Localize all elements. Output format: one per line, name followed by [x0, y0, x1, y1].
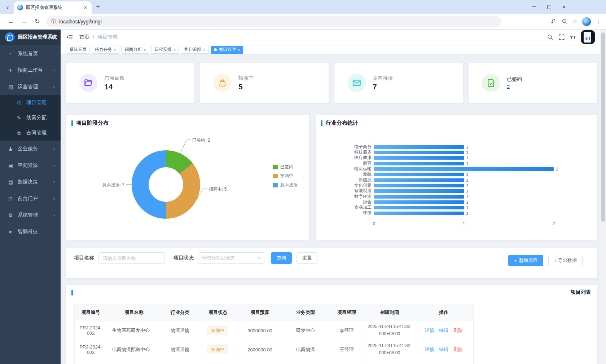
sidebar-item-system-management[interactable]: ⚙ 系统管理 ∨: [0, 207, 61, 223]
bar-chart[interactable]: 电子商务1 科技服务1 医疗健康1 教育1 物流运输2 金融1 新能源1 文化创…: [316, 136, 597, 240]
tag-schedule[interactable]: 日程安排×: [151, 46, 179, 54]
layers-icon: ⧉: [17, 130, 26, 136]
close-icon[interactable]: ×: [114, 48, 116, 52]
project-name-input[interactable]: [98, 252, 164, 264]
bar-value-label: 1: [466, 178, 468, 182]
sidebar-item-data-decision[interactable]: ▤ 数据决策 ∨: [0, 174, 61, 190]
tag-customer-tracking[interactable]: 客户追踪×: [181, 46, 208, 54]
bar-category-label: 环保: [316, 210, 372, 216]
tab-title: 园区招商管理系统: [26, 5, 80, 11]
legend-item[interactable]: 招商中: [273, 173, 298, 179]
filter-actions: +新增项目 ↓导出数据: [508, 255, 583, 266]
sidebar-fold-icon[interactable]: [66, 35, 73, 40]
donut-chart[interactable]: [132, 150, 200, 219]
detail-link[interactable]: 详情: [425, 347, 434, 352]
zoom-icon[interactable]: [562, 18, 568, 25]
delete-link[interactable]: 删除: [453, 328, 463, 333]
tab-close-icon[interactable]: ×: [83, 5, 88, 10]
legend-swatch: [273, 174, 278, 178]
forward-icon: →: [21, 18, 27, 25]
sidebar-item-label: 线索分配: [26, 115, 56, 121]
sidebar-item-front-portal[interactable]: ⊡ 前台门户 ∨: [0, 190, 61, 207]
chart-legend: 已签约 招商中 意向接洽: [273, 164, 298, 188]
window-maximize-button[interactable]: [547, 5, 551, 9]
bar-category-label: 智能制造: [316, 188, 372, 194]
column-header: 创建时间: [365, 304, 414, 321]
sidebar-item-label: 空间资源: [18, 162, 53, 169]
tag-investment-analysis[interactable]: 招商分析×: [121, 46, 149, 54]
window-close-button[interactable]: ×: [562, 4, 566, 10]
add-project-button[interactable]: +新增项目: [508, 255, 543, 266]
reset-button[interactable]: 重置: [297, 252, 317, 264]
legend-label: 招商中: [280, 173, 293, 179]
export-data-button[interactable]: ↓导出数据: [548, 255, 583, 266]
tag-system-home[interactable]: 系统首页: [66, 46, 90, 54]
tag-todo-tasks[interactable]: 待办任务×: [92, 46, 119, 54]
sidebar-item-workbench[interactable]: ✈ 招商工作台 ∨: [0, 62, 61, 79]
browser-profile-avatar[interactable]: [582, 17, 591, 26]
sidebar-item-project-management[interactable]: ◷ 项目管理: [0, 95, 61, 110]
legend-item[interactable]: 已签约: [273, 164, 298, 170]
sidebar-item-home[interactable]: ◔ 系统首页: [0, 45, 61, 62]
page-info-icon[interactable]: ⓘ: [51, 18, 56, 25]
project-status-select[interactable]: 请选择项目状态 ∨: [198, 252, 264, 264]
reload-icon[interactable]: ↻: [35, 18, 40, 25]
page-scrollbar[interactable]: [600, 30, 606, 364]
cell-budget: 3000000.00: [237, 321, 283, 340]
new-tab-button[interactable]: +: [96, 3, 100, 11]
legend-item[interactable]: 意向接洽: [273, 182, 298, 188]
breadcrumb-home[interactable]: 首页: [79, 34, 89, 40]
browser-menu-kebab-icon[interactable]: ⋮: [596, 18, 601, 25]
edit-link[interactable]: 编辑: [439, 347, 448, 352]
sidebar-item-zhinao-tech[interactable]: ➤ 智脑科技: [0, 223, 61, 240]
select-placeholder: 请选择项目状态: [202, 255, 235, 261]
close-icon[interactable]: ×: [238, 48, 240, 52]
x-axis-tick: 2: [553, 221, 555, 226]
bag-icon: [218, 78, 227, 88]
fullscreen-icon[interactable]: [558, 34, 565, 40]
bar-row: 新能源1: [316, 177, 597, 183]
table-row[interactable]: PRJ-2024-003 电商物流配送中心 物流运输 招商中 2000000.0…: [75, 340, 474, 359]
user-avatar[interactable]: [581, 30, 595, 44]
sidebar-item-label: 前台门户: [18, 195, 53, 202]
close-icon[interactable]: ×: [203, 48, 205, 52]
donut-label-in-progress: 招商中: 5: [209, 186, 227, 192]
bar: [374, 206, 464, 209]
close-icon[interactable]: ×: [174, 48, 176, 52]
tag-project-management[interactable]: 项目管理×: [211, 46, 243, 54]
bar-value-label: 1: [466, 150, 468, 155]
close-icon[interactable]: ×: [144, 48, 146, 52]
sidebar-item-lead-assignment[interactable]: ✎ 线索分配: [0, 110, 61, 125]
sidebar-item-enterprise-service[interactable]: ♟ 企业服务 ∨: [0, 141, 61, 157]
browser-tab[interactable]: 园区招商管理系统 ×: [14, 1, 92, 14]
detail-link[interactable]: 详情: [425, 328, 434, 333]
bar-row: 金融1: [316, 172, 597, 177]
table-row[interactable]: PRJ-2024-002 生物医药研发中心 物流运输 招商中 3000000.0…: [75, 321, 474, 340]
back-icon[interactable]: ←: [8, 18, 14, 25]
font-size-icon[interactable]: тT: [570, 34, 576, 40]
bookmark-star-icon[interactable]: ☆: [572, 18, 578, 25]
search-icon[interactable]: [547, 34, 553, 40]
stat-card-in-progress: 招商中5: [200, 63, 329, 103]
tab-search-button[interactable]: ∨: [3, 3, 12, 12]
column-header: 行业分类: [161, 304, 199, 321]
breadcrumb-current: 项目管理: [97, 34, 118, 40]
sidebar-item-contract-management[interactable]: ⧉ 合同管理: [0, 125, 61, 141]
table-card-header: 项目列表: [66, 285, 597, 300]
edit-link[interactable]: 编辑: [439, 328, 448, 333]
address-bar[interactable]: ⓘ localhost/yygl/xmgl: [46, 16, 501, 27]
scrollbar-thumb[interactable]: [601, 32, 605, 222]
search-button[interactable]: 查询: [271, 252, 292, 264]
sidebar-item-space-resource[interactable]: ▣ 空间资源 ∨: [0, 157, 61, 174]
chevron-down-icon: ∨: [258, 256, 260, 260]
main-area: 首页 / 项目管理 тT ▾ 系统首页 待办任务× 招商分析× 日程安排× 客户…: [61, 30, 606, 364]
password-key-icon[interactable]: [551, 18, 557, 25]
window-minimize-button[interactable]: [532, 6, 536, 7]
legend-label: 意向接洽: [280, 182, 298, 188]
sidebar-item-operation[interactable]: ▨ 运营管理 ∧: [0, 79, 61, 95]
breadcrumb: 首页 / 项目管理: [79, 34, 118, 40]
delete-link[interactable]: 删除: [453, 347, 463, 352]
tag-label: 待办任务: [95, 46, 112, 53]
bar: [374, 151, 464, 154]
card-header: 行业分布统计: [316, 115, 597, 131]
